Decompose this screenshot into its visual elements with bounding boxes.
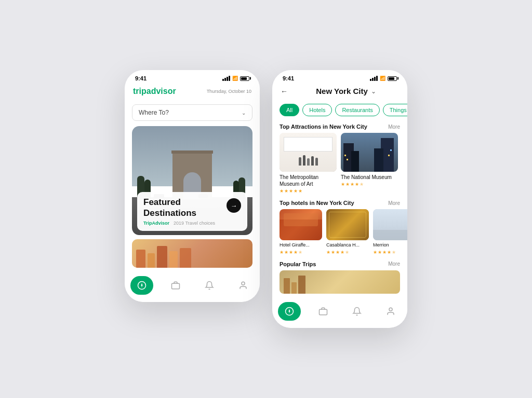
where-to-search[interactable]: Where To? ⌄ — [132, 104, 252, 121]
city-selector[interactable]: New York City ⌄ — [293, 87, 399, 95]
status-icons-1: 📶 — [222, 76, 249, 81]
hotel-giraffe-name: Hotel Giraffe... — [280, 242, 322, 249]
attractions-section-header: Top Attractions in New York City More — [272, 121, 407, 133]
back-button[interactable]: ← — [281, 87, 288, 95]
nav2-trips[interactable] — [312, 302, 335, 321]
compass-icon — [137, 281, 147, 290]
battery-icon — [240, 76, 249, 81]
featured-brand: TripAdvisor — [143, 221, 169, 226]
nav-profile[interactable] — [232, 276, 255, 295]
tab-restaurants[interactable]: Restaurants — [335, 104, 379, 116]
metropolitan-image — [280, 133, 337, 172]
city-chevron-icon: ⌄ — [371, 88, 376, 95]
city-header: ← New York City ⌄ — [272, 84, 407, 101]
featured-arrow-button[interactable]: → — [227, 198, 241, 213]
briefcase-icon-2 — [318, 307, 328, 316]
hotels-section-header: Top hotels in New York City More — [272, 198, 407, 209]
attraction-national[interactable]: The National Museum ★ ★ ★ ★ ★ — [341, 133, 398, 194]
attractions-more[interactable]: More — [388, 124, 400, 130]
featured-subtitle: 2019 Travel choices — [174, 221, 215, 226]
battery-icon-2 — [388, 76, 397, 81]
chevron-down-icon: ⌄ — [242, 110, 246, 116]
bell-icon — [205, 281, 214, 290]
compass-icon-2 — [285, 307, 294, 316]
city-name: New York City — [316, 87, 367, 95]
hotel-giraffe[interactable]: Hotel Giraffe... ★ ★ ★ ★ ★ — [280, 209, 322, 255]
logo-trip: trip — [133, 87, 147, 95]
nav2-notifications[interactable] — [345, 302, 368, 321]
popular-trips-more[interactable]: More — [388, 261, 400, 267]
status-icons-2: 📶 — [370, 76, 397, 81]
phone-city: 9:41 📶 ← New — [272, 70, 407, 328]
nav2-explore[interactable] — [278, 302, 301, 321]
header-date: Thursday, October 10 — [207, 89, 251, 94]
signal-icon-2 — [370, 76, 378, 81]
wifi-icon: 📶 — [232, 76, 238, 81]
phones-container: 9:41 📶 t — [104, 49, 428, 349]
hotel-merrion-image — [373, 209, 407, 240]
hotels-title: Top hotels in New York City — [280, 200, 354, 206]
metropolitan-stars: ★ ★ ★ ★ ★ — [280, 188, 337, 194]
app-header: tripadvisor Thursday, October 10 — [125, 84, 260, 101]
popular-trips-header: Popular Trips More — [272, 259, 407, 270]
bottom-navigation-1 — [125, 272, 260, 302]
status-bar-2: 9:41 📶 — [272, 70, 407, 84]
metropolitan-name: The Metropolitan Museum of Art — [280, 174, 337, 187]
popular-trips-image — [280, 270, 400, 294]
featured-card: FeaturedDestinations → TripAdvisor 2019 … — [137, 192, 247, 231]
nav-trips[interactable] — [164, 276, 187, 295]
nav-explore[interactable] — [130, 276, 153, 295]
national-stars: ★ ★ ★ ★ ★ — [341, 182, 398, 187]
where-to-label: Where To? — [139, 109, 169, 116]
tab-all[interactable]: All — [280, 104, 299, 116]
status-bar-1: 9:41 📶 — [125, 70, 260, 84]
svg-rect-8 — [319, 309, 327, 315]
hotel-casablanca-image — [326, 209, 369, 240]
phone-home: 9:41 📶 t — [125, 70, 260, 302]
user-icon-2 — [386, 307, 395, 316]
hotels-more[interactable]: More — [388, 200, 400, 206]
tab-hotels[interactable]: Hotels — [302, 104, 332, 116]
hotels-row: Hotel Giraffe... ★ ★ ★ ★ ★ — [272, 209, 407, 259]
bottom-navigation-2 — [272, 298, 407, 328]
logo-advisor: advisor — [147, 87, 176, 95]
hero-image: FeaturedDestinations → TripAdvisor 2019 … — [132, 126, 252, 235]
nav2-profile[interactable] — [379, 302, 402, 321]
national-name: The National Museum — [341, 174, 398, 181]
hotel-merrion-name: Merrion — [373, 242, 407, 249]
hotel-merrion-stars: ★ ★ ★ ★ ★ — [373, 250, 407, 255]
svg-rect-3 — [171, 283, 179, 289]
national-image — [341, 133, 398, 172]
popular-trips-title: Popular Trips — [280, 261, 316, 267]
hotel-merrion[interactable]: Merrion ★ ★ ★ ★ ★ — [373, 209, 407, 255]
hotel-casablanca[interactable]: Casablanca H... ★ ★ ★ ★ ★ — [326, 209, 369, 255]
featured-title: FeaturedDestinations — [143, 197, 196, 218]
nav-notifications[interactable] — [198, 276, 221, 295]
attraction-metropolitan[interactable]: The Metropolitan Museum of Art ★ ★ ★ ★ ★ — [280, 133, 337, 194]
hotel-giraffe-image — [280, 209, 322, 240]
status-time-2: 9:41 — [283, 75, 294, 81]
svg-point-4 — [242, 282, 245, 285]
tab-things[interactable]: Things — [383, 104, 407, 116]
status-time-1: 9:41 — [135, 75, 147, 81]
attractions-row: The Metropolitan Museum of Art ★ ★ ★ ★ ★ — [272, 133, 407, 198]
bell-icon-2 — [352, 307, 362, 316]
svg-point-9 — [389, 308, 392, 311]
signal-icon — [222, 76, 230, 81]
hotel-giraffe-stars: ★ ★ ★ ★ ★ — [280, 250, 322, 255]
wifi-icon-2: 📶 — [380, 76, 385, 81]
user-icon — [238, 281, 248, 290]
hotel-casablanca-name: Casablanca H... — [326, 242, 369, 249]
bottom-strip-image — [132, 239, 252, 268]
briefcase-icon — [171, 281, 180, 290]
tripadvisor-logo: tripadvisor — [133, 87, 176, 96]
hotel-casablanca-stars: ★ ★ ★ ★ ★ — [326, 250, 369, 255]
attractions-title: Top Attractions in New York City — [280, 123, 367, 130]
filter-tabs: All Hotels Restaurants Things — [272, 101, 407, 121]
